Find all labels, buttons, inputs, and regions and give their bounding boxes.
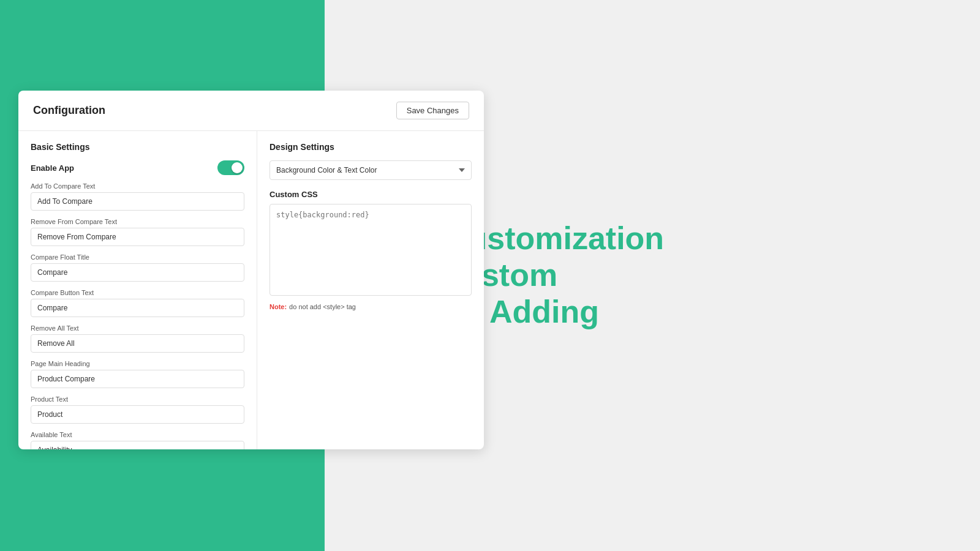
custom-css-textarea[interactable] bbox=[270, 204, 472, 296]
input-compare-button-text[interactable] bbox=[31, 299, 244, 317]
design-settings-title: Design Settings bbox=[270, 142, 472, 152]
left-panel: Configuration Save Changes Basic Setting… bbox=[0, 0, 325, 551]
note-label: Note: bbox=[270, 303, 287, 310]
field-label-product-text: Product Text bbox=[31, 395, 244, 403]
field-remove-all-text: Remove All Text bbox=[31, 324, 244, 353]
field-label-remove-from-compare: Remove From Compare Text bbox=[31, 218, 244, 225]
field-label-remove-all-text: Remove All Text bbox=[31, 324, 244, 332]
field-compare-float-title: Compare Float Title bbox=[31, 253, 244, 282]
input-remove-all-text[interactable] bbox=[31, 334, 244, 353]
design-settings-panel: Design Settings Background Color & Text … bbox=[257, 131, 484, 449]
basic-settings-title: Basic Settings bbox=[31, 142, 244, 152]
toggle-thumb bbox=[232, 162, 243, 173]
note-row: Note: do not add <style> tag bbox=[270, 303, 472, 310]
input-add-to-compare[interactable] bbox=[31, 192, 244, 211]
note-text: do not add <style> tag bbox=[289, 303, 356, 310]
field-page-main-heading: Page Main Heading bbox=[31, 360, 244, 388]
enable-app-label: Enable App bbox=[31, 163, 74, 173]
card-header: Configuration Save Changes bbox=[18, 91, 484, 131]
custom-css-label: Custom CSS bbox=[270, 190, 472, 199]
input-remove-from-compare[interactable] bbox=[31, 228, 244, 246]
field-label-available-text: Available Text bbox=[31, 431, 244, 438]
field-label-compare-button-text: Compare Button Text bbox=[31, 289, 244, 296]
enable-app-row: Enable App bbox=[31, 160, 244, 175]
input-available-text[interactable] bbox=[31, 441, 244, 449]
input-product-text[interactable] bbox=[31, 405, 244, 424]
field-compare-button-text: Compare Button Text bbox=[31, 289, 244, 317]
field-remove-from-compare: Remove From Compare Text bbox=[31, 218, 244, 246]
field-add-to-compare: Add To Compare Text bbox=[31, 182, 244, 211]
card-body: Basic Settings Enable App Add To Compare… bbox=[18, 131, 484, 449]
field-label-add-to-compare: Add To Compare Text bbox=[31, 182, 244, 190]
enable-app-toggle[interactable] bbox=[217, 160, 244, 175]
input-compare-float-title[interactable] bbox=[31, 263, 244, 282]
field-available-text: Available Text bbox=[31, 431, 244, 449]
field-label-page-main-heading: Page Main Heading bbox=[31, 360, 244, 367]
save-changes-button[interactable]: Save Changes bbox=[396, 102, 469, 119]
field-label-compare-float-title: Compare Float Title bbox=[31, 253, 244, 261]
card-title: Configuration bbox=[33, 104, 105, 117]
config-card: Configuration Save Changes Basic Setting… bbox=[18, 91, 484, 449]
field-product-text: Product Text bbox=[31, 395, 244, 424]
basic-settings-panel: Basic Settings Enable App Add To Compare… bbox=[18, 131, 257, 449]
input-page-main-heading[interactable] bbox=[31, 370, 244, 388]
design-dropdown[interactable]: Background Color & Text Color Custom CSS bbox=[270, 160, 472, 180]
